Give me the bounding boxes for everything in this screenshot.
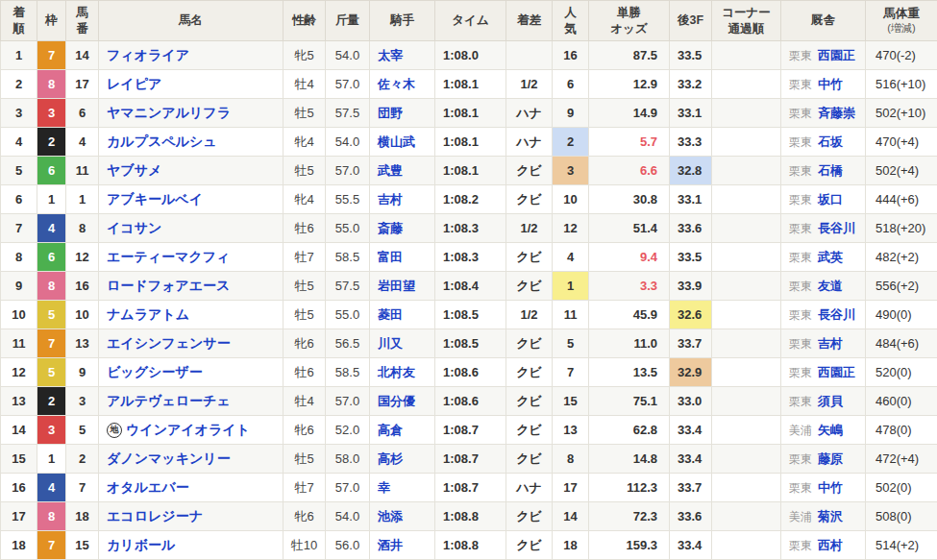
margin-cell: クビ xyxy=(506,531,553,560)
sex-age-cell: 牡4 xyxy=(284,387,326,416)
training-center-label: 栗東 xyxy=(789,366,812,379)
bracket-cell: 2 xyxy=(37,128,66,157)
horse-name-link[interactable]: ヤマニンアルリフラ xyxy=(107,105,231,120)
training-center-label: 栗東 xyxy=(789,337,812,351)
jockey-link[interactable]: 岩田望 xyxy=(378,279,415,293)
popularity-cell: 6 xyxy=(553,70,589,99)
horse-name-cell: エイシンフェンサー xyxy=(99,329,284,358)
jockey-link[interactable]: 酒井 xyxy=(378,538,403,552)
horse-name-link[interactable]: カルプスペルシュ xyxy=(107,134,217,149)
horse-name-cell: ヤブサメ xyxy=(99,157,284,185)
column-header-time: タイム xyxy=(435,1,506,41)
popularity-cell: 4 xyxy=(553,243,589,272)
jockey-link[interactable]: 幸 xyxy=(378,480,390,495)
horse-name-link[interactable]: ロードフォアエース xyxy=(107,278,230,293)
trainer-link[interactable]: 西園正 xyxy=(818,365,855,379)
trainer-link[interactable]: 西園正 xyxy=(818,48,855,62)
column-header-num: 馬 番 xyxy=(66,1,99,41)
trainer-link[interactable]: 須貝 xyxy=(818,394,843,408)
jockey-link[interactable]: 横山武 xyxy=(378,134,415,149)
horse-name-link[interactable]: ダノンマッキンリー xyxy=(107,450,231,466)
trainer-link[interactable]: 中竹 xyxy=(818,77,843,91)
jockey-cell: 幸 xyxy=(370,474,435,502)
corner-order-cell xyxy=(712,41,781,70)
rank-cell: 14 xyxy=(1,416,37,445)
trainer-link[interactable]: 西村 xyxy=(818,538,843,552)
jockey-link[interactable]: 斎藤 xyxy=(378,221,403,235)
horse-name-link[interactable]: アルテヴェローチェ xyxy=(107,393,231,408)
trainer-link[interactable]: 斉藤崇 xyxy=(818,106,855,120)
jockey-link[interactable]: 太宰 xyxy=(378,48,403,62)
rank-cell: 10 xyxy=(1,301,37,329)
trainer-link[interactable]: 坂口 xyxy=(818,192,843,207)
margin-cell: クビ xyxy=(506,272,553,301)
trainer-link[interactable]: 石橋 xyxy=(818,163,843,178)
win-odds-cell: 9.4 xyxy=(589,243,670,272)
jockey-link[interactable]: 北村友 xyxy=(378,365,415,379)
training-center-label: 栗東 xyxy=(789,135,812,149)
horse-name-link[interactable]: フィオライア xyxy=(107,47,189,62)
jockey-link[interactable]: 川又 xyxy=(378,336,403,351)
horse-name-link[interactable]: エーティーマクフィ xyxy=(107,249,230,264)
training-center-label: 美浦 xyxy=(789,510,812,523)
trainer-link[interactable]: 藤原 xyxy=(818,451,843,466)
horse-name-link[interactable]: ナムラアトム xyxy=(107,306,189,322)
stable-cell: 栗東西園正 xyxy=(781,41,866,70)
jockey-link[interactable]: 吉村 xyxy=(378,192,403,207)
horse-name-link[interactable]: エコロレジーナ xyxy=(107,508,203,523)
trainer-link[interactable]: 菊沢 xyxy=(818,509,843,523)
jockey-link[interactable]: 国分優 xyxy=(378,394,415,408)
stable-cell: 栗東中竹 xyxy=(781,474,866,502)
trainer-link[interactable]: 吉村 xyxy=(818,336,843,351)
jockey-link[interactable]: 富田 xyxy=(378,250,403,264)
rank-cell: 6 xyxy=(1,185,37,214)
horse-name-link[interactable]: ヤブサメ xyxy=(107,162,161,178)
table-row: 5611ヤブサメ牡557.0武豊1:08.1クビ36.632.8栗東石橋502(… xyxy=(1,157,937,185)
jockey-link[interactable]: 池添 xyxy=(378,509,403,523)
horse-name-link[interactable]: アブキールベイ xyxy=(107,191,203,207)
trainer-link[interactable]: 中竹 xyxy=(818,480,843,495)
horse-name-link[interactable]: オタルエバー xyxy=(107,479,189,495)
horse-weight-cell: 444(+6) xyxy=(866,185,937,214)
jockey-link[interactable]: 高倉 xyxy=(378,423,403,437)
trainer-link[interactable]: 矢嶋 xyxy=(818,423,843,437)
horse-name-link[interactable]: イコサン xyxy=(107,220,161,235)
horse-number-cell: 3 xyxy=(66,387,99,416)
horse-name-link[interactable]: カリボール xyxy=(107,537,175,552)
corner-order-cell xyxy=(712,214,781,243)
column-header-f3: 後3F xyxy=(670,1,712,41)
carried-weight-cell: 54.0 xyxy=(326,128,370,157)
jockey-cell: 国分優 xyxy=(370,387,435,416)
jockey-link[interactable]: 高杉 xyxy=(378,451,403,466)
jockey-link[interactable]: 武豊 xyxy=(378,163,403,178)
jockey-cell: 川又 xyxy=(370,329,435,358)
last-3f-cell: 33.7 xyxy=(670,474,712,502)
jockey-link[interactable]: 佐々木 xyxy=(378,77,415,91)
column-header-odds: 単勝 オッズ xyxy=(589,1,670,41)
horse-name-link[interactable]: ウインアイオライト xyxy=(126,422,250,437)
horse-name-link[interactable]: ビッグシーザー xyxy=(107,364,203,379)
horse-weight-cell: 520(0) xyxy=(866,358,937,387)
bracket-cell: 7 xyxy=(37,531,66,560)
time-cell: 1:08.5 xyxy=(435,329,506,358)
rank-cell: 4 xyxy=(1,128,37,157)
win-odds-cell: 72.3 xyxy=(589,502,670,531)
jockey-cell: 池添 xyxy=(370,502,435,531)
sex-age-cell: 牡7 xyxy=(284,243,326,272)
horse-number-cell: 9 xyxy=(66,358,99,387)
trainer-link[interactable]: 長谷川 xyxy=(818,221,855,235)
horse-name-cell: カリボール xyxy=(99,531,284,560)
time-cell: 1:08.1 xyxy=(435,70,506,99)
horse-name-link[interactable]: レイピア xyxy=(107,76,161,91)
trainer-link[interactable]: 石坂 xyxy=(818,134,843,149)
horse-name-link[interactable]: エイシンフェンサー xyxy=(107,335,231,351)
stable-cell: 栗東藤原 xyxy=(781,445,866,474)
jockey-link[interactable]: 団野 xyxy=(378,106,403,120)
trainer-link[interactable]: 友道 xyxy=(818,279,843,293)
horse-weight-cell: 490(0) xyxy=(866,301,937,329)
popularity-cell: 7 xyxy=(553,358,589,387)
sex-age-cell: 牝6 xyxy=(284,329,326,358)
jockey-link[interactable]: 菱田 xyxy=(378,307,403,322)
trainer-link[interactable]: 武英 xyxy=(818,250,843,264)
trainer-link[interactable]: 長谷川 xyxy=(818,307,855,322)
